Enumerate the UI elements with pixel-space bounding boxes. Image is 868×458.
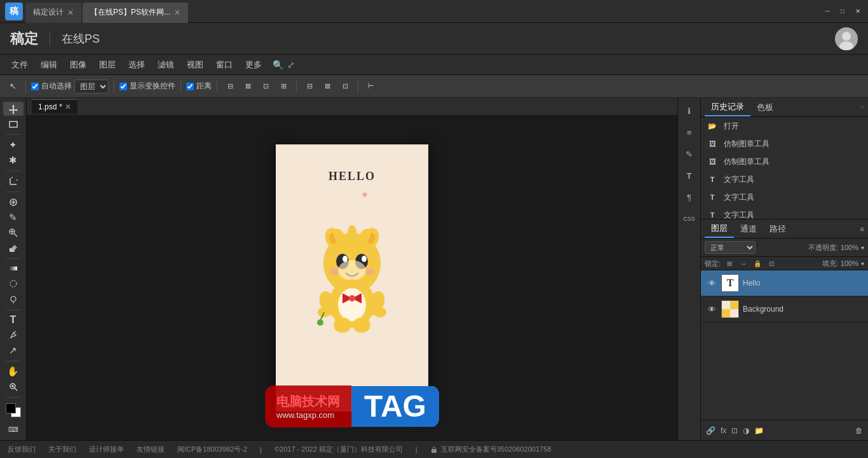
blur-tool[interactable]: [3, 277, 24, 291]
align-top-btn[interactable]: ⊞: [276, 79, 291, 94]
arrange-btn[interactable]: ⊢: [363, 79, 379, 94]
align-center-btn[interactable]: ⊠: [240, 79, 255, 94]
lock-move-icon[interactable]: ↔: [738, 258, 749, 268]
status-security: 互联网安全备案号35020602001758: [430, 445, 552, 454]
magic-wand-tool[interactable]: ✱: [3, 153, 24, 167]
lock-artboard-icon[interactable]: ⊡: [766, 258, 776, 268]
expand-icon[interactable]: ⤢: [287, 60, 295, 70]
delete-layer-icon[interactable]: 🗑: [855, 426, 863, 435]
status-feedback[interactable]: 反馈我们: [8, 445, 36, 454]
distribute-v-btn[interactable]: ⊠: [320, 79, 335, 94]
layer-item-hello[interactable]: 👁 T Hello: [701, 270, 868, 296]
rp-css-icon[interactable]: CSS: [681, 210, 698, 228]
tab-paths[interactable]: 路径: [763, 221, 792, 237]
history-item-4[interactable]: T 文字工具: [701, 188, 868, 206]
distribute-x-btn[interactable]: ⊡: [337, 79, 353, 94]
zoom-tool[interactable]: [3, 380, 24, 394]
distance-checkbox[interactable]: 距离: [186, 81, 212, 92]
eraser-tool[interactable]: [3, 241, 24, 255]
folder-icon[interactable]: 📁: [754, 426, 764, 435]
layer-item-background[interactable]: 👁 Background: [701, 296, 868, 323]
align-left-btn[interactable]: ⊟: [222, 79, 238, 94]
rp-brush-icon[interactable]: ✎: [681, 145, 698, 163]
status-designer[interactable]: 设计师接单: [89, 445, 124, 454]
tab-swatch[interactable]: 色板: [750, 99, 780, 116]
minimize-button[interactable]: ─: [822, 6, 832, 17]
menu-window[interactable]: 窗口: [210, 57, 239, 73]
crop-tool[interactable]: [3, 174, 24, 188]
select-rect-tool[interactable]: [3, 117, 24, 131]
distance-input[interactable]: [186, 83, 194, 90]
layer-effects-icon[interactable]: fx: [721, 426, 726, 435]
blend-mode-select[interactable]: 正常 溶解 变暗 正片叠底: [705, 241, 756, 254]
path-select-tool[interactable]: ↗: [3, 344, 24, 357]
doc-tab-1psd[interactable]: 1.psd * ✕: [32, 99, 78, 114]
distribute-h-btn[interactable]: ⊟: [302, 79, 317, 94]
tab-history[interactable]: 历史记录: [705, 99, 750, 116]
menu-image[interactable]: 图像: [64, 57, 93, 73]
tab-1-close[interactable]: ✕: [174, 8, 180, 17]
close-button[interactable]: ✕: [853, 6, 863, 17]
layer-select[interactable]: 图层 编组: [74, 80, 109, 94]
foreground-color[interactable]: [6, 403, 16, 413]
panel-options[interactable]: ≡: [860, 104, 864, 111]
menu-layer[interactable]: 图层: [93, 57, 122, 73]
status-about[interactable]: 关于我们: [48, 445, 76, 454]
lt-sep-3: [6, 191, 21, 192]
menu-select[interactable]: 选择: [122, 57, 151, 73]
dodge-tool[interactable]: [3, 292, 24, 306]
hand-tool[interactable]: ✋: [3, 364, 24, 378]
auto-select-input[interactable]: [31, 83, 39, 90]
history-item-0[interactable]: 📂 打开: [701, 117, 868, 135]
rp-text-icon[interactable]: T: [681, 167, 698, 184]
maximize-button[interactable]: □: [837, 6, 848, 17]
tab-layers[interactable]: 图层: [705, 220, 734, 238]
rp-para-icon[interactable]: ¶: [681, 188, 698, 206]
pen-tool[interactable]: [3, 328, 24, 342]
layer-visibility-hello[interactable]: 👁: [706, 277, 717, 289]
adjustment-icon[interactable]: ◑: [743, 426, 749, 435]
history-item-5[interactable]: T 文字工具: [701, 206, 868, 219]
heal-tool[interactable]: [3, 195, 24, 209]
lt-sep-5: [6, 310, 21, 310]
history-item-2[interactable]: 🖼 仿制图章工具: [701, 153, 868, 170]
tab-channels[interactable]: 通道: [734, 221, 763, 237]
brush-tool[interactable]: ✎: [3, 211, 24, 225]
tab-0[interactable]: 稿定设计 ✕: [25, 3, 81, 23]
auto-select-checkbox[interactable]: 自动选择: [31, 81, 72, 92]
fill-arrow[interactable]: ▾: [861, 260, 864, 267]
menu-filter[interactable]: 滤镜: [151, 57, 180, 73]
history-item-1[interactable]: 🖼 仿制图章工具: [701, 135, 868, 153]
rp-layers-icon[interactable]: ≡: [681, 123, 698, 141]
text-tool[interactable]: T: [3, 313, 24, 327]
doc-tab-close[interactable]: ✕: [65, 102, 71, 111]
layers-options[interactable]: ≡: [860, 225, 864, 233]
lasso-tool[interactable]: ✦: [3, 138, 24, 152]
menu-more[interactable]: 更多: [239, 57, 268, 73]
move-tool-btn[interactable]: ↖: [5, 79, 20, 94]
layer-mask-icon[interactable]: ⊡: [731, 426, 738, 435]
tab-1[interactable]: 【在线PS】PS软件网... ✕: [83, 3, 188, 23]
align-right-btn[interactable]: ⊡: [258, 79, 273, 94]
status-friends[interactable]: 友情链接: [137, 445, 165, 454]
link-layers-icon[interactable]: 🔗: [706, 426, 715, 435]
keyboard-icon[interactable]: ⌨: [3, 422, 24, 436]
menu-view[interactable]: 视图: [180, 57, 210, 73]
clone-tool[interactable]: [3, 226, 24, 240]
menu-file[interactable]: 文件: [5, 57, 34, 73]
show-transform-input[interactable]: [119, 83, 127, 90]
gradient-tool[interactable]: [3, 261, 24, 275]
menu-edit[interactable]: 编辑: [34, 57, 64, 73]
opacity-arrow[interactable]: ▾: [861, 244, 864, 251]
lock-all-icon[interactable]: 🔒: [752, 258, 763, 268]
show-transform-checkbox[interactable]: 显示变换控件: [119, 81, 175, 92]
lock-checkerboard-icon[interactable]: ⊞: [724, 258, 735, 268]
rp-info-icon[interactable]: ℹ: [681, 102, 698, 120]
tab-0-close[interactable]: ✕: [67, 8, 74, 17]
color-swatches[interactable]: [3, 401, 24, 419]
move-tool[interactable]: [3, 102, 24, 116]
history-item-3[interactable]: T 文字工具: [701, 170, 868, 188]
search-icon[interactable]: 🔍: [271, 58, 285, 72]
avatar[interactable]: [835, 27, 858, 50]
layer-visibility-bg[interactable]: 👁: [706, 303, 717, 315]
